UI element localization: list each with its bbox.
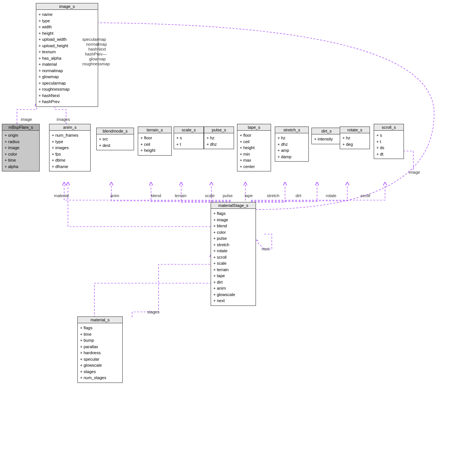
field: + amp	[277, 147, 306, 154]
blendmode-s-body: + src + dest	[97, 134, 134, 150]
tape-s-body: + floor + ceil + height + min + max + ce…	[237, 131, 271, 171]
field: + width	[39, 24, 96, 30]
field: + height	[140, 147, 169, 154]
terrain-s-body: + floor + ceil + height	[138, 133, 171, 155]
label-specularmap: specularmap	[82, 37, 106, 42]
field: + specular	[80, 356, 120, 363]
field: + num_frames	[52, 132, 88, 139]
field: + dhz	[277, 141, 306, 148]
stretch-s-box: stretch_s + hz + dhz + amp + damp	[275, 127, 309, 162]
field: + max	[240, 157, 268, 164]
label-images: images	[57, 117, 70, 122]
terrain-s-box: terrain_s + floor + ceil + height	[138, 127, 172, 156]
dirt-s-header: dirt_s	[312, 128, 341, 134]
label-stretch: stretch	[267, 193, 279, 198]
scale-s-header: scale_s	[174, 127, 203, 133]
field: + height	[39, 30, 96, 37]
terrain-s-header: terrain_s	[138, 127, 171, 133]
mbspflare-s-header: mBspFlare_s	[2, 124, 39, 131]
field: + floor	[240, 132, 268, 139]
field: + alpha	[5, 164, 37, 170]
rotate-s-header: rotate_s	[340, 127, 370, 133]
field: + parallax	[80, 344, 120, 350]
dirt-s-body: + intensity	[312, 134, 341, 144]
field: + glowscale	[213, 292, 253, 298]
field: + next	[213, 298, 253, 304]
tape-s-box: tape_s + floor + ceil + height + min + m…	[237, 124, 271, 171]
label-blend: blend	[151, 193, 161, 198]
label-scale: scale	[205, 193, 215, 198]
field: + scroll	[213, 254, 253, 261]
label-dirt: dirt	[296, 193, 301, 198]
pulse-s-body: + hz + dhz	[204, 133, 234, 149]
field: + hashPrev	[39, 99, 96, 105]
label-glowmap: glowmap	[89, 57, 106, 61]
material-s-header: material_s	[78, 317, 122, 323]
rotate-s-body: + hz + deg	[340, 133, 370, 149]
field: + origin	[5, 132, 37, 139]
materialstage-s-body: + flags + image + blend + color + pulse …	[211, 209, 256, 306]
pulse-s-header: pulse_s	[204, 127, 234, 133]
field: + terrain	[213, 267, 253, 273]
materialstage-s-box: materialStage_s + flags + image + blend …	[211, 202, 256, 306]
scroll-s-body: + s + t + ds + dt	[374, 131, 404, 159]
field: + hz	[342, 135, 367, 141]
label-anim: anim	[110, 193, 119, 198]
field: + s	[376, 132, 401, 139]
label-roughnessmap: roughnessmap	[82, 62, 110, 66]
field: + color	[213, 229, 253, 236]
diagram-container: image_s + name + type + width + height +…	[0, 0, 476, 449]
label-image-right: image	[409, 170, 420, 174]
field: + hz	[277, 135, 306, 141]
material-s-box: material_s + flags + time + bump + paral…	[77, 316, 123, 383]
label-terrain: terrain	[175, 193, 186, 198]
field: + height	[240, 145, 268, 151]
field: + hashNext	[39, 93, 96, 99]
field: + damp	[277, 154, 306, 160]
field: + t	[176, 141, 201, 148]
field: + src	[99, 136, 131, 142]
dirt-s-box: dirt_s + intensity	[311, 128, 342, 144]
field: + color	[5, 151, 37, 157]
materialstage-s-header: materialStage_s	[211, 202, 256, 209]
field: + ceil	[140, 141, 169, 148]
field: + dframe	[52, 164, 88, 170]
field: + glowmap	[39, 74, 96, 80]
field: + flags	[80, 325, 120, 331]
field: + time	[5, 157, 37, 164]
field: + stages	[80, 369, 120, 375]
pulse-s-box: pulse_s + hz + dhz	[204, 127, 234, 149]
field: + time	[80, 331, 120, 338]
label-pulse: pulse	[223, 193, 233, 198]
field: + normalmap	[39, 68, 96, 74]
stretch-s-header: stretch_s	[275, 127, 308, 133]
field: + hardness	[80, 350, 120, 356]
field: + rotate	[213, 248, 253, 254]
anim-s-body: + num_frames + type + images + fps + dti…	[49, 131, 90, 171]
label-scroll: scroll	[360, 193, 370, 198]
label-rotate: rotate	[326, 193, 336, 198]
label-hashNext: hashNext	[88, 47, 106, 51]
field: + dt	[376, 151, 401, 157]
label-next: next	[262, 247, 270, 251]
field: + min	[240, 151, 268, 157]
field: + scale	[213, 260, 253, 267]
scroll-s-header: scroll_s	[374, 124, 404, 131]
field: + tape	[213, 273, 253, 279]
field: + hz	[206, 135, 231, 141]
field: + floor	[140, 135, 169, 141]
anim-s-box: anim_s + num_frames + type + images + fp…	[49, 124, 91, 171]
field: + ceil	[240, 139, 268, 145]
field: + radius	[5, 139, 37, 145]
field: + image	[5, 145, 37, 151]
field: + dtime	[52, 157, 88, 164]
field: + dhz	[206, 141, 231, 148]
label-tape: tape	[245, 193, 253, 198]
field: + type	[52, 139, 88, 145]
field: + num_stages	[80, 375, 120, 381]
field: + glowscale	[80, 362, 120, 369]
field: + blend	[213, 223, 253, 229]
mbspflare-s-box: mBspFlare_s + origin + radius + image + …	[2, 124, 40, 171]
field: + type	[39, 18, 96, 24]
label-stages: stages	[147, 310, 159, 314]
